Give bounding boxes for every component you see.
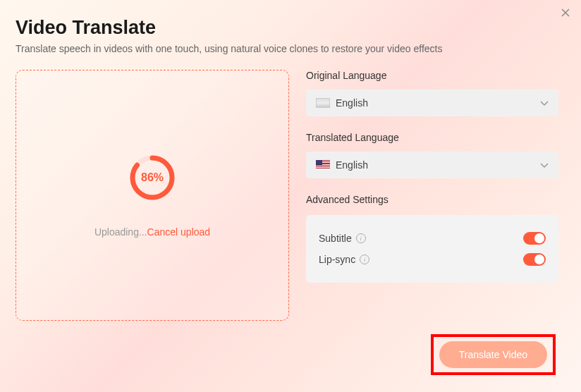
subtitle-toggle-label: Subtitle <box>319 233 352 244</box>
progress-percent: 86% <box>141 171 164 184</box>
upload-progress: 86% <box>128 153 177 202</box>
flag-icon <box>316 98 330 108</box>
lipsync-toggle[interactable] <box>523 253 546 266</box>
cancel-upload-link[interactable]: Cancel upload <box>147 226 211 238</box>
chevron-down-icon <box>540 159 549 171</box>
upload-dropzone[interactable]: 86% Uploading...Cancel upload <box>16 70 289 321</box>
info-icon[interactable]: i <box>356 233 366 243</box>
translated-language-select[interactable]: English <box>306 152 558 178</box>
translated-language-value: English <box>336 159 368 171</box>
advanced-settings-label: Advanced Settings <box>306 194 558 205</box>
translated-language-label: Translated Language <box>306 132 558 143</box>
original-language-label: Original Language <box>306 70 558 81</box>
close-button[interactable] <box>558 6 573 20</box>
lipsync-toggle-label: Lip-sync <box>319 254 355 265</box>
page-subtitle: Translate speech in videos with one touc… <box>16 43 564 54</box>
translate-button-highlight: Translate Video <box>431 334 556 375</box>
original-language-value: English <box>336 97 368 109</box>
uploading-text: Uploading... <box>94 226 147 238</box>
original-language-select[interactable]: English <box>306 90 558 116</box>
close-icon <box>561 8 570 18</box>
subtitle-toggle[interactable] <box>523 232 546 245</box>
advanced-settings-panel: Subtitle i Lip-sync i <box>306 215 558 283</box>
translate-video-button[interactable]: Translate Video <box>439 341 547 368</box>
info-icon[interactable]: i <box>360 255 369 264</box>
chevron-down-icon <box>540 97 549 109</box>
upload-status: Uploading...Cancel upload <box>94 226 210 238</box>
flag-icon <box>316 160 330 170</box>
page-title: Video Translate <box>16 17 564 39</box>
